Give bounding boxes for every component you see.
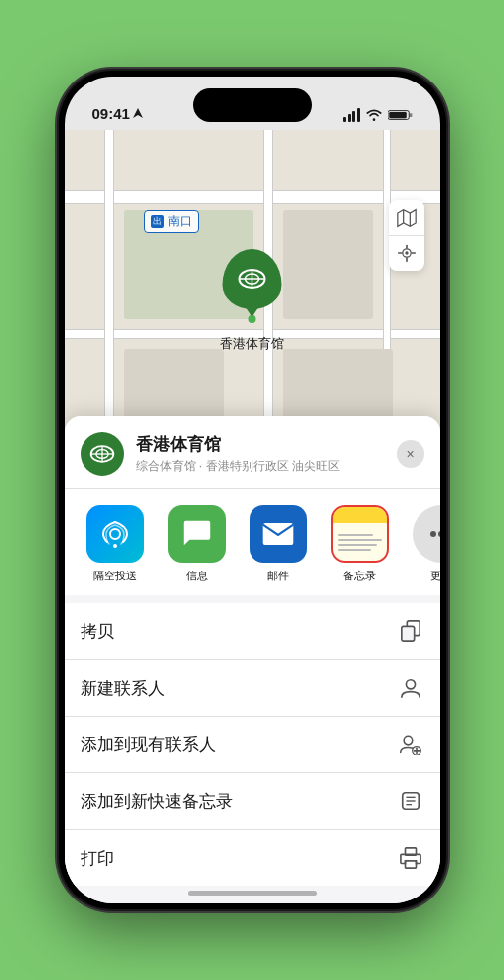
stadium-pin — [223, 249, 282, 309]
bottom-sheet: 香港体育馆 综合体育馆 · 香港特别行政区 油尖旺区 × — [65, 416, 440, 903]
share-item-notes[interactable]: 备忘录 — [325, 505, 395, 583]
messages-label: 信息 — [186, 569, 208, 583]
wifi-icon — [366, 109, 382, 121]
phone-frame: 09:41 — [59, 71, 446, 909]
exit-label-text: 南口 — [168, 213, 192, 230]
svg-rect-31 — [405, 861, 416, 868]
svg-rect-20 — [401, 626, 414, 641]
signal-bars-icon — [343, 108, 360, 122]
svg-point-22 — [404, 736, 413, 745]
svg-rect-1 — [389, 112, 407, 118]
person-icon — [400, 677, 421, 699]
new-contact-label: 新建联系人 — [81, 677, 165, 700]
notes-icon — [331, 505, 389, 563]
location-arrow-icon — [133, 108, 143, 120]
home-indicator — [188, 891, 317, 896]
svg-point-13 — [110, 529, 120, 539]
airdrop-icon — [86, 505, 144, 563]
mail-symbol — [261, 521, 295, 547]
note-icon — [400, 790, 421, 812]
add-existing-label: 添加到现有联系人 — [81, 734, 216, 756]
svg-point-8 — [405, 251, 408, 254]
action-item-print[interactable]: 打印 — [65, 830, 440, 886]
sheet-header: 香港体育馆 综合体育馆 · 香港特别行政区 油尖旺区 × — [65, 416, 440, 489]
battery-icon — [388, 109, 413, 121]
copy-icon — [397, 617, 424, 645]
quick-note-icon — [397, 787, 424, 815]
action-list: 拷贝 新建联系人 — [65, 603, 440, 886]
action-item-new-contact[interactable]: 新建联系人 — [65, 660, 440, 717]
airdrop-label: 隔空投送 — [93, 569, 137, 583]
notes-label: 备忘录 — [343, 569, 376, 583]
close-button[interactable]: × — [397, 440, 424, 468]
dynamic-island — [193, 88, 312, 122]
svg-point-16 — [430, 531, 436, 537]
location-icon — [397, 244, 417, 263]
printer-icon — [400, 847, 421, 869]
map-controls — [389, 200, 424, 271]
venue-subtitle: 综合体育馆 · 香港特别行政区 油尖旺区 — [136, 458, 385, 475]
svg-point-21 — [406, 680, 415, 689]
more-icon — [413, 505, 440, 563]
more-dots-icon — [429, 530, 440, 538]
messages-icon — [168, 505, 226, 563]
phone-screen: 09:41 — [65, 77, 440, 903]
action-item-copy[interactable]: 拷贝 — [65, 603, 440, 660]
exit-badge: 出 — [151, 215, 164, 228]
print-label: 打印 — [81, 847, 114, 870]
share-row: 隔空投送 信息 — [65, 489, 440, 595]
messages-symbol — [180, 517, 214, 551]
venue-stadium-icon — [88, 440, 116, 468]
quick-note-label: 添加到新快速备忘录 — [81, 790, 233, 813]
mail-icon — [250, 505, 307, 563]
print-icon — [397, 844, 424, 872]
share-item-mail[interactable]: 邮件 — [244, 505, 313, 583]
svg-rect-2 — [409, 113, 412, 117]
location-button[interactable] — [389, 236, 424, 271]
copy-label: 拷贝 — [81, 620, 114, 643]
venue-name: 香港体育馆 — [136, 433, 385, 456]
map-type-icon — [397, 208, 417, 228]
map-north-exit-label: 出 南口 — [144, 210, 199, 233]
add-existing-icon — [397, 731, 424, 758]
stadium-icon — [237, 263, 268, 295]
svg-point-17 — [438, 531, 440, 537]
stadium-label: 香港体育馆 — [220, 335, 284, 353]
person-plus-icon — [399, 734, 422, 755]
share-item-messages[interactable]: 信息 — [162, 505, 232, 583]
airdrop-symbol — [99, 518, 131, 550]
time-display: 09:41 — [92, 105, 130, 122]
share-item-airdrop[interactable]: 隔空投送 — [81, 505, 150, 583]
notes-inner — [333, 507, 387, 561]
venue-info: 香港体育馆 综合体育馆 · 香港特别行政区 油尖旺区 — [136, 433, 385, 475]
stadium-marker[interactable]: 香港体育馆 — [220, 249, 284, 353]
notes-lines — [333, 523, 387, 561]
share-item-more[interactable]: 更多 — [407, 505, 440, 583]
map-type-button[interactable] — [389, 200, 424, 236]
action-item-quick-note[interactable]: 添加到新快速备忘录 — [65, 773, 440, 830]
notes-top-bar — [333, 507, 387, 523]
more-label: 更多 — [430, 569, 440, 583]
venue-icon — [81, 432, 124, 476]
status-icons — [343, 108, 413, 122]
new-contact-icon — [397, 674, 424, 702]
copy-symbol — [400, 620, 421, 642]
status-time: 09:41 — [92, 105, 143, 122]
mail-label: 邮件 — [267, 569, 289, 583]
action-item-add-existing[interactable]: 添加到现有联系人 — [65, 717, 440, 773]
svg-point-14 — [113, 544, 117, 548]
